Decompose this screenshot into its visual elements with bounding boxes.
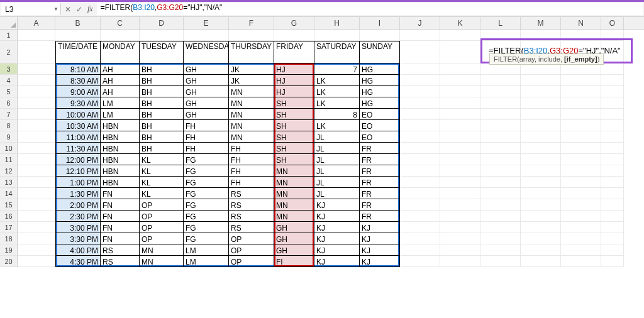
cell[interactable]: BH [140, 86, 184, 97]
col-header[interactable]: M [521, 17, 561, 29]
cell[interactable] [601, 222, 624, 233]
col-header[interactable]: L [480, 17, 521, 29]
cell[interactable] [18, 75, 55, 86]
cell[interactable] [480, 30, 521, 41]
row-header[interactable]: 9 [0, 131, 18, 143]
cell[interactable]: FN [101, 222, 140, 233]
row-header[interactable]: 8 [0, 120, 18, 131]
cell[interactable] [561, 120, 601, 131]
row-header[interactable]: 20 [0, 256, 18, 267]
cell[interactable] [18, 188, 55, 199]
cell[interactable]: BH [140, 63, 184, 75]
cell[interactable] [561, 211, 601, 222]
cell[interactable]: HJ [274, 75, 314, 86]
cell[interactable]: BH [140, 143, 184, 154]
cell[interactable] [601, 165, 624, 177]
cell[interactable] [561, 63, 601, 75]
cell[interactable] [561, 244, 601, 256]
cell[interactable] [440, 165, 480, 177]
cell[interactable]: 1:30 PM [55, 188, 101, 199]
cell[interactable]: FR [360, 199, 400, 211]
cell[interactable]: WEDNESDAY [184, 41, 229, 63]
cell[interactable]: HBN [101, 154, 140, 165]
cell[interactable]: JL [314, 154, 360, 165]
cell[interactable] [18, 199, 55, 211]
cell[interactable] [18, 222, 55, 233]
cell[interactable] [521, 244, 561, 256]
cell[interactable] [521, 165, 561, 177]
cell[interactable] [400, 165, 440, 177]
cell[interactable]: KL [140, 165, 184, 177]
cell[interactable]: KL [140, 154, 184, 165]
cell[interactable] [400, 86, 440, 97]
cell[interactable] [18, 41, 55, 63]
cell[interactable]: FN [101, 199, 140, 211]
cell[interactable]: GH [274, 244, 314, 256]
cell[interactable]: KJ [314, 211, 360, 222]
cell[interactable] [480, 86, 521, 97]
cell[interactable] [400, 233, 440, 244]
cell[interactable] [18, 120, 55, 131]
cell[interactable]: 3:00 PM [55, 222, 101, 233]
cell[interactable]: LM [184, 244, 229, 256]
cell[interactable] [440, 120, 480, 131]
cell[interactable] [400, 177, 440, 188]
cell[interactable] [274, 30, 314, 41]
cell[interactable] [521, 30, 561, 41]
cell[interactable]: HG [360, 75, 400, 86]
col-header[interactable]: A [18, 17, 55, 29]
cell[interactable] [601, 177, 624, 188]
cell[interactable]: 12:00 PM [55, 154, 101, 165]
cell[interactable]: RS [229, 199, 274, 211]
cell[interactable]: KJ [360, 244, 400, 256]
cell[interactable]: RS [229, 188, 274, 199]
cell[interactable] [480, 177, 521, 188]
cell[interactable]: FG [184, 222, 229, 233]
cell[interactable] [601, 211, 624, 222]
cell[interactable] [440, 244, 480, 256]
cell[interactable]: FG [184, 233, 229, 244]
name-box[interactable] [1, 5, 52, 14]
cell[interactable] [480, 131, 521, 143]
cell[interactable]: 12:10 PM [55, 165, 101, 177]
cell[interactable]: RS [101, 244, 140, 256]
cell[interactable] [561, 143, 601, 154]
cell[interactable]: KJ [314, 244, 360, 256]
col-header[interactable]: F [229, 17, 274, 29]
col-header[interactable]: N [561, 17, 601, 29]
cell[interactable]: RS [229, 211, 274, 222]
col-header[interactable]: D [140, 17, 184, 29]
cell[interactable] [521, 97, 561, 109]
cell[interactable]: LM [184, 256, 229, 267]
cell[interactable]: SH [274, 97, 314, 109]
cell[interactable]: MN [229, 109, 274, 120]
cell[interactable] [18, 154, 55, 165]
cell[interactable] [440, 154, 480, 165]
row-header[interactable]: 2 [0, 41, 18, 63]
cell[interactable]: SH [274, 120, 314, 131]
cell[interactable]: 11:30 AM [55, 143, 101, 154]
cell[interactable] [440, 109, 480, 120]
cell[interactable] [440, 97, 480, 109]
cell[interactable]: MN [274, 188, 314, 199]
cell[interactable] [101, 30, 140, 41]
cell[interactable] [521, 120, 561, 131]
cell[interactable]: FRIDAY [274, 41, 314, 63]
cell[interactable] [561, 109, 601, 120]
cell[interactable] [400, 63, 440, 75]
cell[interactable]: MN [229, 86, 274, 97]
cell[interactable]: FR [360, 177, 400, 188]
cell[interactable]: KL [140, 188, 184, 199]
row-header[interactable]: 14 [0, 188, 18, 199]
cell[interactable] [601, 86, 624, 97]
cell[interactable]: LK [314, 86, 360, 97]
cell[interactable]: MN [229, 131, 274, 143]
cell[interactable] [440, 86, 480, 97]
cell[interactable]: OP [140, 199, 184, 211]
cell[interactable] [601, 63, 624, 75]
cell[interactable] [521, 109, 561, 120]
cell[interactable]: 8 [314, 109, 360, 120]
cell[interactable]: SH [274, 109, 314, 120]
cell[interactable]: KJ [360, 222, 400, 233]
cell[interactable] [601, 75, 624, 86]
